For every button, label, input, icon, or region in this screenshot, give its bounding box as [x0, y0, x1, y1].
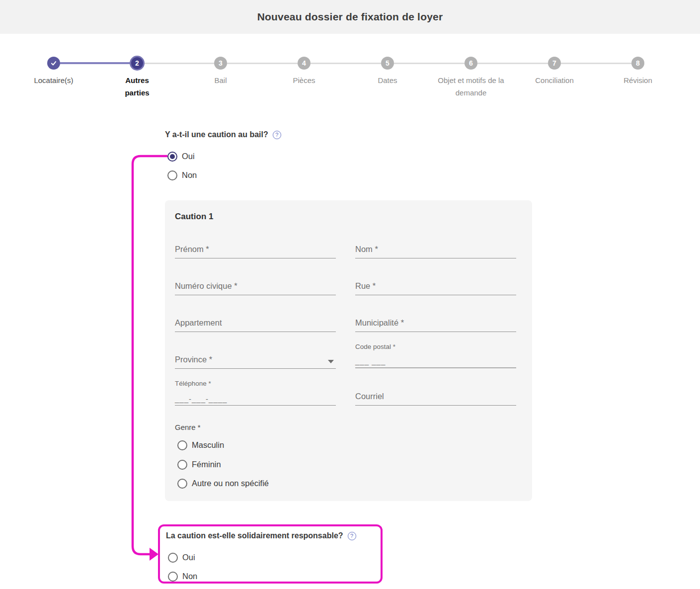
- radio-unselected-icon: [177, 460, 187, 470]
- province-select[interactable]: Province *: [175, 355, 336, 369]
- page-title: Nouveau dossier de fixation de loyer: [257, 11, 443, 23]
- prenom-field[interactable]: Prénom *: [175, 245, 336, 258]
- radio-option-caution-oui[interactable]: Oui: [167, 151, 195, 162]
- radio-option-masculin[interactable]: Masculin: [177, 440, 224, 450]
- step-label: Pièces: [293, 74, 315, 86]
- courriel-field[interactable]: Courriel: [355, 392, 516, 406]
- radio-unselected-icon: [168, 572, 178, 582]
- genre-label: Genre *: [175, 423, 201, 431]
- telephone-mask: ___-___-____: [175, 395, 227, 403]
- radio-option-solidaire-oui[interactable]: Oui: [168, 552, 195, 563]
- page-header: Nouveau dossier de fixation de loyer: [0, 0, 700, 34]
- dropdown-arrow-icon: [328, 360, 334, 363]
- radio-option-caution-non[interactable]: Non: [167, 170, 197, 180]
- radio-unselected-icon: [177, 440, 187, 450]
- rue-field[interactable]: Rue *: [355, 281, 516, 295]
- step-label: Locataire(s): [34, 74, 73, 86]
- page: Nouveau dossier de fixation de loyer Loc…: [0, 0, 700, 589]
- step-label: Autres parties: [117, 74, 157, 99]
- step-circle: 6: [465, 57, 477, 70]
- radio-unselected-icon: [167, 170, 177, 180]
- radio-option-feminin[interactable]: Féminin: [177, 459, 221, 470]
- step-circle: 7: [548, 57, 561, 70]
- help-icon[interactable]: ?: [348, 532, 356, 540]
- caution-question: Y a-t-il une caution au bail? ?: [165, 130, 281, 139]
- step-label: Conciliation: [535, 74, 574, 86]
- step-circle-completed: [47, 57, 60, 70]
- appartement-field[interactable]: Appartement: [175, 318, 336, 332]
- radio-option-autre[interactable]: Autre ou non spécifié: [177, 478, 269, 489]
- code-postal-mask: ___ ___: [355, 357, 386, 365]
- radio-unselected-icon: [168, 553, 178, 563]
- step-circle: 4: [298, 57, 311, 70]
- municipalite-field[interactable]: Municipalité *: [355, 318, 516, 332]
- step-label: Dates: [378, 74, 397, 86]
- check-icon: [50, 60, 57, 67]
- radio-unselected-icon: [177, 479, 187, 489]
- step-circle: 3: [214, 57, 227, 70]
- caution-card-title: Caution 1: [175, 212, 213, 222]
- step-circle: 8: [631, 57, 644, 70]
- step-label: Objet et motifs de la demande: [433, 74, 509, 99]
- stepper-step-revision[interactable]: 8 Révision: [596, 57, 680, 99]
- caution-question-label: Y a-t-il une caution au bail?: [165, 130, 268, 139]
- solidarity-question: La caution est-elle solidairement respon…: [166, 531, 356, 540]
- step-label: Révision: [623, 74, 652, 86]
- radio-selected-icon: [167, 152, 177, 162]
- step-circle: 5: [381, 57, 394, 70]
- solidarity-question-label: La caution est-elle solidairement respon…: [166, 531, 343, 540]
- nom-field[interactable]: Nom *: [355, 245, 516, 258]
- help-icon[interactable]: ?: [273, 131, 281, 139]
- step-circle-active: 2: [130, 56, 145, 71]
- code-postal-field[interactable]: Code postal * ___ ___: [355, 343, 516, 368]
- telephone-field[interactable]: Téléphone * ___-___-____: [175, 380, 336, 406]
- progress-stepper: Locataire(s) 2 Autres parties 3 Bail 4 P…: [12, 57, 680, 99]
- radio-option-solidaire-non[interactable]: Non: [168, 571, 197, 582]
- numero-civique-field[interactable]: Numéro civique *: [175, 281, 336, 295]
- step-label: Bail: [214, 74, 227, 86]
